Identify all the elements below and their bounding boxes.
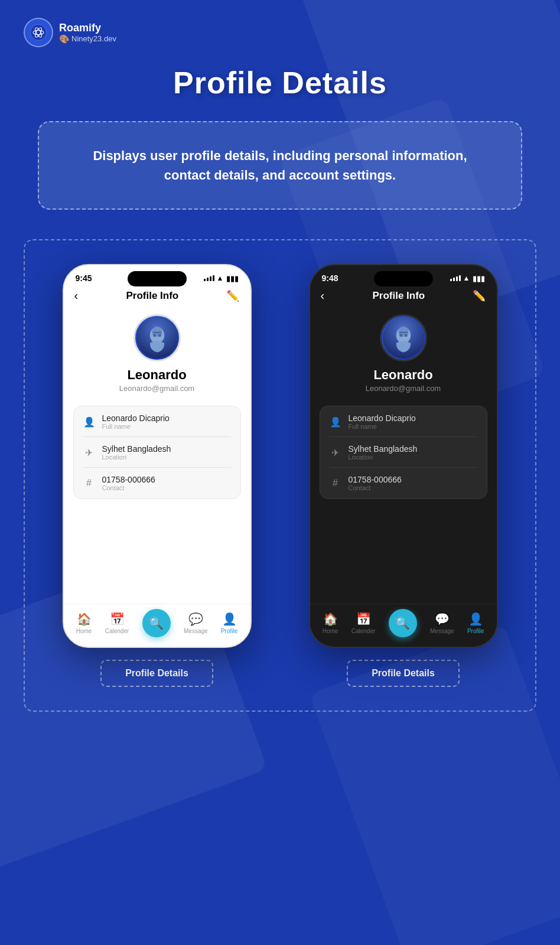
location-label-dark: Location — [349, 454, 418, 461]
logo-container: Roamify 🎨 Ninety23.dev — [24, 18, 116, 47]
contact-light: 01758-000666 — [102, 475, 155, 484]
light-phone-wrapper: 9:45 ▲ ▮▮▮ ‹ Profile — [43, 264, 271, 687]
signal-bars — [204, 275, 214, 281]
full-name-dark: Leonardo Dicaprio — [349, 413, 416, 423]
nav-profile-light[interactable]: 👤 Profile — [221, 612, 237, 634]
info-row-name-light: 👤 Leonardo Dicaprio Full name — [74, 406, 240, 437]
nav-home-dark[interactable]: 🏠 Home — [323, 612, 338, 634]
nav-calendar-dark[interactable]: 📅 Calender — [351, 612, 376, 634]
profile-section-dark: Leonardo Leonardo@gmail.com — [310, 308, 497, 402]
page-title: Profile Details — [173, 65, 387, 100]
profile-email-dark: Leonardo@gmail.com — [366, 384, 441, 393]
dark-phone-label: Profile Details — [372, 668, 435, 678]
description-box: Displays user profile details, including… — [38, 121, 522, 210]
info-card-dark: 👤 Leonardo Dicaprio Full name ✈ Sylhet B… — [320, 406, 487, 499]
nav-search-light[interactable]: 🔍 — [142, 609, 171, 637]
status-icons-dark: ▲ ▮▮▮ — [450, 274, 485, 283]
wifi-icon-dark: ▲ — [463, 274, 470, 282]
profile-name-dark: Leonardo — [373, 367, 432, 383]
location-icon-light: ✈ — [83, 447, 95, 458]
profile-email-light: Leonardo@gmail.com — [119, 384, 194, 393]
screen-title-dark: Profile Info — [372, 290, 425, 302]
info-row-location-dark: ✈ Sylhet Bangladesh Location — [320, 437, 487, 468]
full-name-label-dark: Full name — [349, 423, 416, 430]
location-light: Sylhet Bangladesh — [102, 444, 171, 454]
logo-circle — [24, 18, 53, 47]
info-row-contact-light: # 01758-000666 Contact — [74, 468, 240, 498]
location-icon-dark: ✈ — [330, 447, 341, 458]
edit-icon-light[interactable]: ✏️ — [226, 289, 239, 302]
dark-phone-wrapper: 9:48 ▲ ▮▮▮ ‹ Profile — [289, 264, 517, 687]
person-icon-dark: 👤 — [330, 416, 341, 428]
bottom-nav-dark: 🏠 Home 📅 Calender 🔍 💬 Message — [310, 604, 497, 647]
svg-point-13 — [404, 334, 407, 337]
nav-home-light[interactable]: 🏠 Home — [76, 612, 92, 634]
avatar-light — [134, 314, 181, 361]
dark-phone-frame: 9:48 ▲ ▮▮▮ ‹ Profile — [309, 264, 498, 648]
full-name-label-light: Full name — [102, 423, 170, 430]
nav-message-light[interactable]: 💬 Message — [184, 612, 208, 634]
status-time-dark: 9:48 — [322, 273, 338, 283]
profile-section-light: Leonardo Leonardo@gmail.com — [64, 308, 250, 402]
info-row-contact-dark: # 01758-000666 Contact — [320, 468, 487, 498]
phones-container: 9:45 ▲ ▮▮▮ ‹ Profile — [24, 239, 536, 712]
screen-title-light: Profile Info — [126, 290, 178, 302]
svg-point-8 — [158, 334, 161, 337]
full-name-light: Leonardo Dicaprio — [102, 413, 170, 423]
contact-dark: 01758-000666 — [349, 475, 402, 484]
location-dark: Sylhet Bangladesh — [349, 444, 418, 454]
brand-sub: 🎨 Ninety23.dev — [59, 34, 116, 44]
info-card-light: 👤 Leonardo Dicaprio Full name ✈ Sylhet B… — [73, 406, 241, 499]
hash-icon-dark: # — [330, 478, 341, 488]
svg-point-12 — [399, 334, 402, 337]
back-button-light[interactable]: ‹ — [74, 289, 79, 302]
info-row-name-dark: 👤 Leonardo Dicaprio Full name — [320, 406, 487, 437]
location-label-light: Location — [102, 454, 171, 461]
light-phone-label: Profile Details — [125, 668, 188, 678]
phone-notch-dark — [374, 271, 433, 286]
nav-message-dark[interactable]: 💬 Message — [430, 612, 454, 634]
info-row-location-light: ✈ Sylhet Bangladesh Location — [74, 437, 240, 468]
person-icon-light: 👤 — [83, 416, 95, 428]
nav-search-dark[interactable]: 🔍 — [389, 609, 417, 637]
phone-notch-light — [128, 271, 187, 286]
avatar-dark — [380, 314, 427, 361]
signal-bars-dark — [450, 275, 461, 281]
battery-icon-dark: ▮▮▮ — [473, 274, 485, 283]
contact-label-light: Contact — [102, 484, 155, 491]
brand-name: Roamify — [59, 22, 116, 34]
edit-icon-dark[interactable]: ✏️ — [473, 289, 486, 302]
logo-text: Roamify 🎨 Ninety23.dev — [59, 22, 116, 44]
top-bar-light: ‹ Profile Info ✏️ — [64, 285, 250, 308]
top-bar-dark: ‹ Profile Info ✏️ — [310, 285, 497, 308]
hash-icon-light: # — [83, 478, 95, 488]
back-button-dark[interactable]: ‹ — [321, 289, 325, 302]
status-icons-light: ▲ ▮▮▮ — [204, 274, 239, 283]
light-phone-label-box: Profile Details — [100, 660, 213, 687]
nav-profile-dark[interactable]: 👤 Profile — [467, 612, 484, 634]
description-text: Displays user profile details, including… — [74, 146, 486, 185]
nav-calendar-light[interactable]: 📅 Calender — [105, 612, 129, 634]
status-time-light: 9:45 — [76, 273, 92, 283]
header: Roamify 🎨 Ninety23.dev — [24, 18, 536, 47]
dark-phone-label-box: Profile Details — [347, 660, 460, 687]
svg-point-7 — [153, 334, 156, 337]
contact-label-dark: Contact — [349, 484, 402, 491]
bottom-nav-light: 🏠 Home 📅 Calender 🔍 💬 Message — [64, 604, 250, 647]
battery-icon-light: ▮▮▮ — [226, 274, 239, 283]
light-phone-frame: 9:45 ▲ ▮▮▮ ‹ Profile — [63, 264, 252, 648]
wifi-icon-light: ▲ — [217, 274, 224, 282]
profile-name-light: Leonardo — [127, 367, 186, 383]
